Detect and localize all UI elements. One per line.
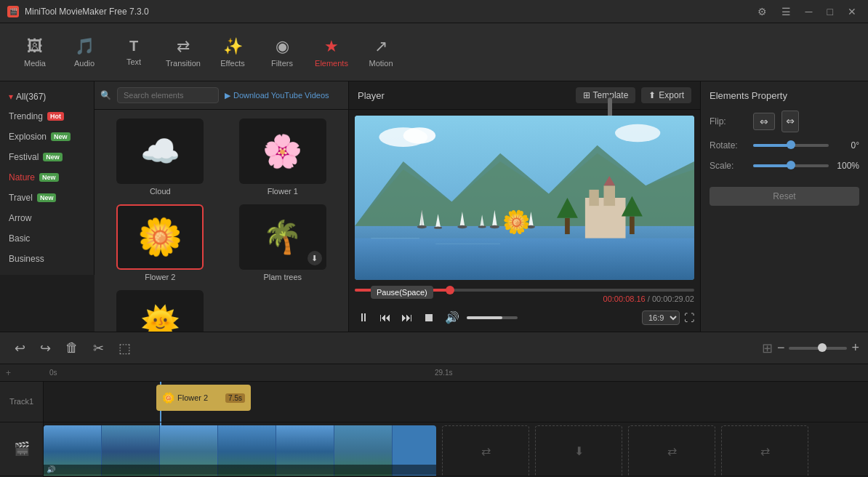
close-button[interactable]: ✕ xyxy=(843,4,861,19)
search-input[interactable] xyxy=(117,87,219,103)
audio-icon: 🎵 xyxy=(75,37,95,56)
scale-fill xyxy=(753,164,791,167)
scale-value: 100% xyxy=(833,161,859,171)
clip-name: Flower 2 xyxy=(177,393,208,402)
crop-button[interactable]: ⬚ xyxy=(113,337,137,359)
toolbar-motion[interactable]: ↗ Motion xyxy=(358,29,404,76)
sidebar-item-nature[interactable]: Nature New xyxy=(0,167,94,188)
sidebar-item-festival[interactable]: Festival New xyxy=(0,147,94,167)
ruler-mark-0s: 0s xyxy=(49,369,57,377)
export-button[interactable]: ⬆ Export xyxy=(641,87,691,103)
download-youtube-link[interactable]: ▶ Download YouTube Videos xyxy=(225,91,329,100)
toolbar-audio[interactable]: 🎵 Audio xyxy=(61,29,108,76)
toolbar-filters[interactable]: ◉ Filters xyxy=(259,29,305,76)
volume-slider[interactable] xyxy=(467,316,518,319)
sidebar-item-business[interactable]: Business xyxy=(0,249,94,269)
rotate-slider[interactable] xyxy=(753,144,829,147)
template-button[interactable]: ⊞ Template xyxy=(576,87,636,103)
next-frame-button[interactable]: ⏭ xyxy=(398,310,416,326)
festival-badge: New xyxy=(43,153,63,161)
cut-button[interactable]: ✂ xyxy=(87,337,110,359)
rotate-fill xyxy=(753,144,791,147)
placeholder-slot-4[interactable]: ⇄ xyxy=(721,425,808,476)
elements-label: Elements xyxy=(315,59,348,68)
player-area: Player ⊞ Template ⬆ Export xyxy=(349,81,701,332)
sidebar-item-explosion[interactable]: Explosion New xyxy=(0,127,94,147)
video-scene-svg: 🌼 xyxy=(355,116,694,280)
volume-button[interactable]: 🔊 xyxy=(442,309,462,326)
rotate-value: 0° xyxy=(833,140,859,151)
delete-button[interactable]: 🗑 xyxy=(60,337,84,359)
flip-horizontal-button[interactable]: ⇔ xyxy=(753,113,775,130)
transition-label: Transition xyxy=(166,59,201,68)
properties-title: Elements Property xyxy=(710,90,859,101)
replace-icon-1: ⇄ xyxy=(481,444,491,458)
filters-label: Filters xyxy=(271,59,293,68)
minimize-button[interactable]: ─ xyxy=(801,4,817,19)
pause-button[interactable]: ⏸ xyxy=(355,310,372,326)
sidebar-item-trending[interactable]: Trending Hot xyxy=(0,106,94,127)
redo-button[interactable]: ↪ xyxy=(34,337,57,359)
stop-button[interactable]: ⏹ xyxy=(420,310,438,326)
track-video: 🎬 🔊 xyxy=(0,422,868,476)
zoom-slider[interactable] xyxy=(789,347,847,350)
placeholder-slot-2[interactable]: ⬇ xyxy=(535,425,622,476)
sidebar-item-basic[interactable]: Basic xyxy=(0,228,94,249)
sidebar-all-count: All(367) xyxy=(16,92,46,102)
sidebar-item-travel[interactable]: Travel New xyxy=(0,188,94,208)
zoom-out-button[interactable]: − xyxy=(777,340,785,356)
scale-slider[interactable] xyxy=(753,164,829,167)
explosion-label: Explosion xyxy=(9,132,47,142)
add-track-btn-small[interactable]: + xyxy=(6,368,11,378)
ruler-mark-29s: 29.1s xyxy=(435,369,452,377)
prev-frame-button[interactable]: ⏮ xyxy=(377,310,394,326)
menu-icon[interactable]: ☰ xyxy=(777,4,795,19)
sidebar-wrapper: ▾ All(367) Trending Hot Explosion New Fe… xyxy=(0,81,95,332)
settings-icon[interactable]: ⚙ xyxy=(753,4,771,19)
palmtrees-download-btn[interactable]: ⬇ xyxy=(308,251,322,265)
aspect-ratio-select[interactable]: 16:9 4:3 1:1 xyxy=(642,310,680,325)
video-clip[interactable]: 🔊 xyxy=(44,425,436,476)
volume-fill xyxy=(467,316,502,319)
rotate-thumb[interactable] xyxy=(787,140,795,149)
undo-button[interactable]: ↩ xyxy=(9,337,31,359)
reset-button[interactable]: Reset xyxy=(710,187,859,206)
element-clip-flower2[interactable]: 🌼 Flower 2 7.5s xyxy=(156,385,251,411)
zoom-in-button[interactable]: + xyxy=(851,340,859,356)
timeline-handle[interactable] xyxy=(446,286,454,294)
media-icon: 🖼 xyxy=(27,37,43,56)
svg-rect-12 xyxy=(630,217,635,234)
element-thumb-sun: 🌞 ⬇ xyxy=(116,290,204,332)
maximize-button[interactable]: □ xyxy=(823,4,837,19)
element-card-cloud[interactable]: ☁️ Cloud xyxy=(103,119,217,196)
placeholder-slot-3[interactable]: ⇄ xyxy=(628,425,715,476)
element-card-sun[interactable]: 🌞 ⬇ Sun xyxy=(103,290,217,332)
placeholder-slot-1[interactable]: ⇄ xyxy=(442,425,529,476)
flip-row: Flip: ⇔ ⇕ xyxy=(710,113,859,130)
element-card-flower1[interactable]: 🌸 Flower 1 xyxy=(226,119,340,196)
zoom-handle[interactable] xyxy=(818,343,827,352)
element-card-palmtrees[interactable]: 🌴 ⬇ Plam trees xyxy=(226,204,340,281)
sidebar-item-arrow[interactable]: Arrow xyxy=(0,208,94,228)
toolbar-elements[interactable]: ★ Elements xyxy=(308,29,355,76)
titlebar: 🎬 MiniTool MovieMaker Free 7.3.0 ⚙ ☰ ─ □… xyxy=(0,0,868,23)
rotate-row: Rotate: 0° xyxy=(710,140,859,151)
toolbar-transition[interactable]: ⇄ Transition xyxy=(160,29,206,76)
travel-badge: New xyxy=(37,193,57,202)
ruler-label-space: + xyxy=(6,368,49,378)
zoom-controls: ⊞ − + xyxy=(762,340,859,356)
toolbar-media[interactable]: 🖼 Media xyxy=(12,29,58,76)
titlebar-controls[interactable]: ⚙ ☰ ─ □ ✕ xyxy=(753,4,861,19)
toolbar-effects[interactable]: ✨ Effects xyxy=(209,29,256,76)
current-time: 00:00:08.16 xyxy=(603,294,646,303)
titlebar-left: 🎬 MiniTool MovieMaker Free 7.3.0 xyxy=(7,6,149,17)
element-card-flower2[interactable]: 🌼 Flower 2 xyxy=(103,204,217,281)
scale-thumb[interactable] xyxy=(787,161,795,169)
fullscreen-button[interactable]: ⛶ xyxy=(684,312,694,324)
track1-content: 🌼 Flower 2 7.5s xyxy=(44,382,868,422)
flower1-icon: 🌸 xyxy=(262,132,302,170)
flip-vertical-button[interactable]: ⇕ xyxy=(781,111,799,132)
effects-label: Effects xyxy=(220,59,244,68)
toolbar-text[interactable]: T Text xyxy=(110,29,157,76)
clip-duration: 7.5s xyxy=(225,393,245,403)
